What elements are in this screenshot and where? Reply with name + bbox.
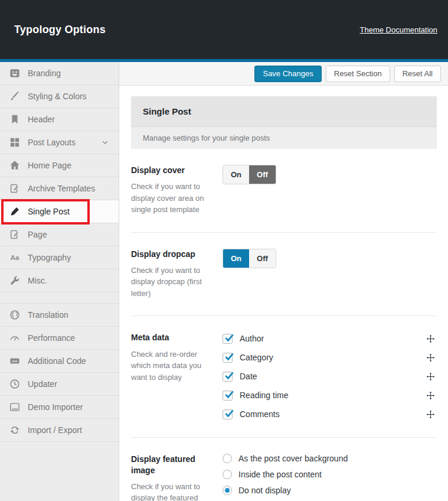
sidebar-item-typography[interactable]: Aa Typography <box>0 246 119 269</box>
checkbox-checked[interactable] <box>223 372 233 382</box>
sidebar-item-page[interactable]: Page <box>0 223 119 246</box>
clock-icon <box>9 379 20 390</box>
drag-handle-icon[interactable] <box>426 353 435 362</box>
home-icon <box>9 160 20 171</box>
sidebar-item-label: Post Layouts <box>28 138 76 147</box>
meta-item-label: Reading time <box>240 391 289 400</box>
reset-section-button[interactable]: Reset Section <box>326 66 390 82</box>
gauge-icon <box>9 333 20 344</box>
radio-label: Do not display <box>238 486 291 495</box>
sidebar-item-label: Header <box>28 115 55 124</box>
sidebar-item-label: Single Post <box>28 207 70 216</box>
css-icon: css <box>9 356 20 367</box>
meta-item-label: Category <box>240 353 273 362</box>
edit-page-icon <box>9 229 20 240</box>
sidebar-item-misc[interactable]: Misc. <box>0 269 119 292</box>
sidebar-item-demo-importer[interactable]: Demo Importer <box>0 396 119 419</box>
setting-row-meta-data: Meta data Check and re-order which meta … <box>131 316 437 438</box>
toggle-on-button[interactable]: On <box>223 165 249 184</box>
brush-icon <box>9 91 20 102</box>
field-label: Display cover <box>131 165 215 175</box>
sidebar-item-performance[interactable]: Performance <box>0 327 119 350</box>
radio-button[interactable] <box>223 470 232 479</box>
field-description: Check and re-order which meta data you w… <box>131 349 215 383</box>
sidebar-item-archive-templates[interactable]: Archive Templates <box>0 177 119 200</box>
bookmark-icon <box>9 114 20 125</box>
sidebar-item-label: Performance <box>28 333 75 343</box>
sidebar-item-label: Updater <box>28 379 57 389</box>
sidebar-item-single-post[interactable]: Single Post <box>0 200 119 223</box>
sidebar-item-post-layouts[interactable]: Post Layouts <box>0 131 119 154</box>
theme-documentation-link[interactable]: Theme Documentation <box>359 25 437 34</box>
display-dropcap-toggle: On Off <box>223 249 276 268</box>
sidebar-item-label: Page <box>28 230 47 239</box>
page-title: Typology Options <box>14 24 106 36</box>
meta-item-date: Date <box>223 370 437 383</box>
meta-item-label: Comments <box>240 409 280 419</box>
field-label: Display dropcap <box>131 249 215 259</box>
radio-button-selected[interactable] <box>223 486 232 495</box>
drag-handle-icon[interactable] <box>426 334 435 343</box>
sidebar-item-label: Typography <box>28 253 71 262</box>
sidebar-item-styling-colors[interactable]: Styling & Colors <box>0 85 119 108</box>
drag-handle-icon[interactable] <box>426 391 435 400</box>
sidebar-item-header[interactable]: Header <box>0 108 119 131</box>
page-header: Typology Options Theme Documentation <box>0 0 448 59</box>
sidebar-item-additional-code[interactable]: css Additional Code <box>0 350 119 373</box>
svg-text:css: css <box>12 359 17 363</box>
radio-label: Inside the post content <box>238 470 322 479</box>
sidebar-item-label: Misc. <box>28 276 47 285</box>
pencil-icon <box>9 206 20 217</box>
checkbox-checked[interactable] <box>223 334 233 344</box>
image-icon <box>9 402 20 413</box>
setting-row-featured-image: Display featured image Check if you want… <box>131 438 437 501</box>
meta-item-reading-time: Reading time <box>223 389 437 402</box>
sync-icon <box>9 425 20 436</box>
setting-row-display-dropcap: Display dropcap Check if you want to dis… <box>131 233 437 317</box>
svg-text:Aa: Aa <box>10 253 19 261</box>
typology-options-window: Typology Options Theme Documentation Bra… <box>0 0 448 501</box>
sidebar-item-label: Demo Importer <box>28 402 83 412</box>
toggle-off-button[interactable]: Off <box>249 249 276 268</box>
edit-page-icon <box>9 183 20 194</box>
sidebar-item-branding[interactable]: Branding <box>0 62 119 85</box>
reset-all-button[interactable]: Reset All <box>394 66 441 82</box>
drag-handle-icon[interactable] <box>426 410 435 419</box>
checkbox-checked[interactable] <box>223 391 233 401</box>
sidebar-separator <box>0 292 119 304</box>
sidebar-item-label: Import / Export <box>28 425 82 435</box>
grid-icon <box>9 137 20 148</box>
globe-icon <box>9 310 20 321</box>
sidebar-item-updater[interactable]: Updater <box>0 373 119 396</box>
field-label: Meta data <box>131 332 215 343</box>
radio-button[interactable] <box>223 454 232 463</box>
sidebar-item-label: Translation <box>28 310 68 320</box>
options-sidebar: Branding Styling & Colors Header Post La… <box>0 62 119 501</box>
radio-option-inside-content: Inside the post content <box>223 470 437 479</box>
meta-item-label: Author <box>240 334 264 343</box>
sidebar-item-translation[interactable]: Translation <box>0 304 119 327</box>
sidebar-item-label: Home Page <box>28 161 71 170</box>
meta-item-label: Date <box>240 372 257 381</box>
toggle-on-button[interactable]: On <box>223 249 249 268</box>
meta-item-comments: Comments <box>223 408 437 421</box>
settings-content: Single Post Manage settings for your sin… <box>119 86 448 501</box>
sidebar-item-import-export[interactable]: Import / Export <box>0 419 119 442</box>
drag-handle-icon[interactable] <box>426 372 435 381</box>
display-cover-toggle: On Off <box>223 165 276 184</box>
checkbox-checked[interactable] <box>223 409 233 419</box>
radio-option-do-not-display: Do not display <box>223 486 437 495</box>
save-changes-button[interactable]: Save Changes <box>254 66 321 82</box>
radio-label: As the post cover background <box>238 454 348 463</box>
checkbox-checked[interactable] <box>223 353 233 363</box>
typography-icon: Aa <box>9 252 20 263</box>
meta-item-category: Category <box>223 351 437 364</box>
toggle-off-button[interactable]: Off <box>249 165 276 184</box>
field-description: Check if you want to display cover area … <box>131 181 215 216</box>
sidebar-item-label: Branding <box>28 69 61 78</box>
meta-item-author: Author <box>223 332 437 345</box>
field-description: Check if you want to display the feature… <box>131 481 215 501</box>
chevron-down-icon <box>101 138 109 147</box>
sidebar-item-home-page[interactable]: Home Page <box>0 154 119 177</box>
sidebar-item-label: Additional Code <box>28 356 86 366</box>
